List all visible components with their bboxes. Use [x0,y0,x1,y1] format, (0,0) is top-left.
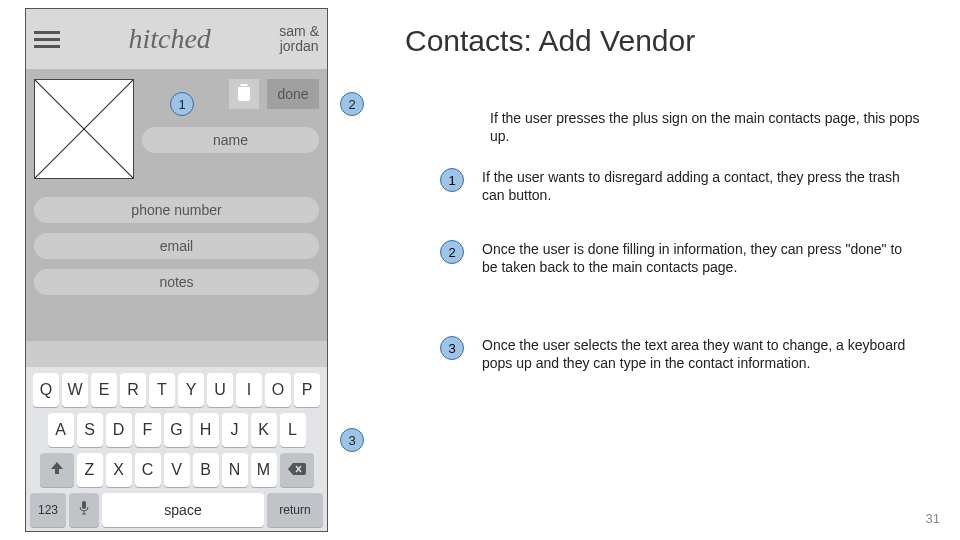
note-2: 2 Once the user is done filling in infor… [440,240,912,276]
key-c[interactable]: C [135,453,161,487]
trash-button[interactable] [229,79,259,109]
note-2-text: Once the user is done filling in informa… [482,240,912,276]
note-3-text: Once the user selects the text area they… [482,336,912,372]
trash-icon [237,83,251,105]
key-i[interactable]: I [236,373,262,407]
callout-2-marker: 2 [340,92,364,116]
hamburger-icon[interactable] [34,31,60,48]
key-v[interactable]: V [164,453,190,487]
backspace-icon [288,461,306,479]
email-field[interactable]: email [34,233,319,259]
space-key[interactable]: space [102,493,264,527]
key-t[interactable]: T [149,373,175,407]
phone-mockup: hitched sam & jordan done name phone num… [25,8,328,532]
key-u[interactable]: U [207,373,233,407]
shift-key[interactable] [40,453,74,487]
key-g[interactable]: G [164,413,190,447]
key-n[interactable]: N [222,453,248,487]
onscreen-keyboard: Q W E R T Y U I O P A S D F G H J K L [26,367,327,531]
key-e[interactable]: E [91,373,117,407]
key-m[interactable]: M [251,453,277,487]
key-p[interactable]: P [294,373,320,407]
key-b[interactable]: B [193,453,219,487]
key-r[interactable]: R [120,373,146,407]
phone-header: hitched sam & jordan [26,9,327,69]
mic-icon [78,500,90,520]
key-k[interactable]: K [251,413,277,447]
numbers-key[interactable]: 123 [30,493,66,527]
key-q[interactable]: Q [33,373,59,407]
key-f[interactable]: F [135,413,161,447]
note-1: 1 If the user wants to disregard adding … [440,168,912,204]
key-x[interactable]: X [106,453,132,487]
note-1-text: If the user wants to disregard adding a … [482,168,912,204]
phone-number-field[interactable]: phone number [34,197,319,223]
key-h[interactable]: H [193,413,219,447]
note-3: 3 Once the user selects the text area th… [440,336,912,372]
note-2-number: 2 [440,240,464,264]
keyboard-row-3: Z X C V B N M [30,453,323,487]
name-field[interactable]: name [142,127,319,153]
key-d[interactable]: D [106,413,132,447]
keyboard-row-1: Q W E R T Y U I O P [30,373,323,407]
key-z[interactable]: Z [77,453,103,487]
app-logo: hitched [60,23,279,55]
key-l[interactable]: L [280,413,306,447]
intro-text: If the user presses the plus sign on the… [490,110,930,145]
image-placeholder[interactable] [34,79,134,179]
callout-1-marker: 1 [170,92,194,116]
key-w[interactable]: W [62,373,88,407]
key-o[interactable]: O [265,373,291,407]
keyboard-row-2: A S D F G H J K L [30,413,323,447]
backspace-key[interactable] [280,453,314,487]
callout-3-marker: 3 [340,428,364,452]
mic-key[interactable] [69,493,99,527]
key-s[interactable]: S [77,413,103,447]
shift-icon [50,461,64,479]
svg-rect-0 [82,501,86,509]
couple-names: sam & jordan [279,24,319,55]
page-number: 31 [926,511,940,526]
page-title: Contacts: Add Vendor [405,24,695,58]
notes-field[interactable]: notes [34,269,319,295]
done-button[interactable]: done [267,79,319,109]
note-1-number: 1 [440,168,464,192]
keyboard-row-bottom: 123 space return [30,493,323,527]
return-key[interactable]: return [267,493,323,527]
key-a[interactable]: A [48,413,74,447]
key-y[interactable]: Y [178,373,204,407]
note-3-number: 3 [440,336,464,360]
key-j[interactable]: J [222,413,248,447]
